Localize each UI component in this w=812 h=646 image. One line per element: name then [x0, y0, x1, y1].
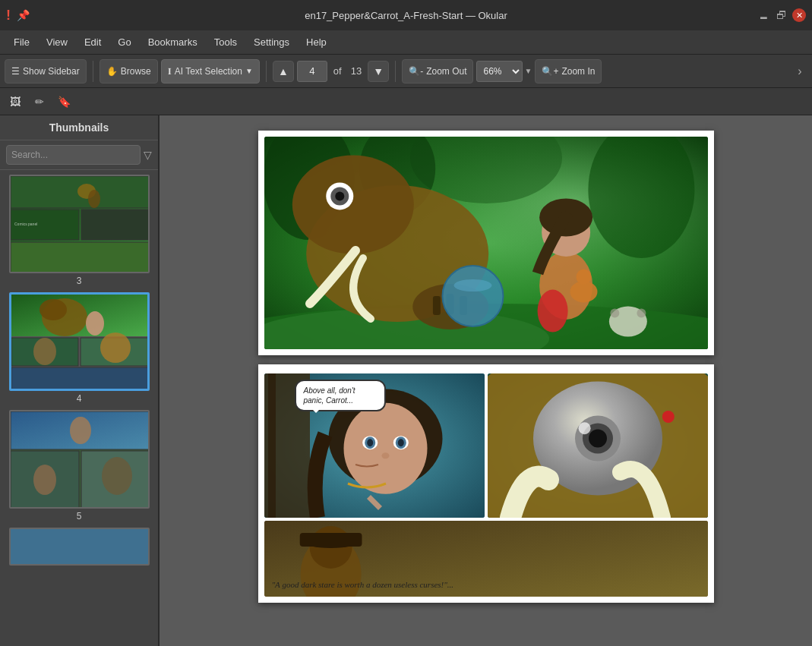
- next-page-button[interactable]: ▼: [368, 61, 389, 82]
- content-area[interactable]: Above all, don't panic, Carrot...: [160, 115, 812, 646]
- thumbnail-page-4[interactable]: 4: [5, 292, 153, 404]
- app-icon: !: [6, 8, 11, 24]
- image-tool-button[interactable]: 🖼: [5, 91, 26, 112]
- thumbnail-frame-6: [9, 528, 150, 566]
- minimize-icon[interactable]: 🗕: [756, 8, 771, 23]
- svg-point-64: [343, 403, 427, 494]
- thumbnail-label-3: 3: [77, 276, 82, 286]
- panel-eye: [488, 373, 708, 518]
- menubar: File View Edit Go Bookmarks Tools Settin…: [0, 30, 812, 55]
- panel-row: Above all, don't panic, Carrot...: [264, 373, 708, 518]
- toolbar: ☰ Show Sidebar ✋ Browse 𝐈 AI Text Select…: [0, 55, 812, 88]
- thumbnail-frame-4: [9, 292, 150, 391]
- titlebar-controls: 🗕 🗗 ✕: [756, 8, 806, 23]
- menu-settings[interactable]: Settings: [246, 33, 297, 51]
- svg-rect-84: [299, 533, 362, 547]
- thumbnail-page-6[interactable]: [5, 528, 153, 566]
- svg-point-28: [102, 457, 132, 495]
- menu-help[interactable]: Help: [299, 33, 334, 51]
- svg-point-79: [662, 411, 674, 423]
- menu-tools[interactable]: Tools: [207, 33, 245, 51]
- zoom-out-icon: 🔍-: [409, 66, 423, 77]
- search-container: ▽: [0, 140, 158, 170]
- svg-point-25: [70, 417, 91, 444]
- svg-point-56: [576, 269, 591, 285]
- dropdown-arrow-icon: ▼: [245, 67, 253, 75]
- prev-page-button[interactable]: ▲: [273, 61, 294, 82]
- splash-panel: [264, 137, 708, 349]
- svg-rect-3: [81, 210, 150, 240]
- thumbnail-list: Comics panel 3: [0, 170, 158, 646]
- svg-point-78: [578, 422, 590, 434]
- toolbar-separator-1: [93, 61, 93, 82]
- menu-go[interactable]: Go: [110, 33, 138, 51]
- toolbar-separator-2: [266, 61, 267, 82]
- close-icon[interactable]: ✕: [792, 8, 806, 22]
- svg-rect-30: [11, 529, 150, 566]
- bookmark-icon: 🔖: [58, 96, 71, 108]
- svg-point-50: [453, 279, 491, 291]
- panel-girl: Above all, don't panic, Carrot...: [264, 373, 485, 518]
- text-selection-button[interactable]: 𝐈 AI Text Selection ▼: [161, 59, 260, 84]
- thumbnail-frame-5: [9, 410, 150, 509]
- page-card-bottom: Above all, don't panic, Carrot...: [258, 364, 714, 603]
- window-title: en17_Pepper&Carrot_A-Fresh-Start — Okula…: [305, 10, 507, 21]
- page-container: Above all, don't panic, Carrot...: [258, 131, 714, 631]
- titlebar-left: ! 📌: [6, 8, 30, 24]
- browse-button[interactable]: ✋ Browse: [100, 59, 158, 84]
- thumbnail-label-5: 5: [77, 511, 82, 522]
- svg-rect-62: [268, 373, 276, 518]
- total-pages: 13: [348, 65, 365, 77]
- zoom-in-icon: 🔍+: [542, 66, 558, 77]
- zoom-in-button[interactable]: 🔍+ Zoom In: [535, 59, 602, 84]
- thumbnail-page-5[interactable]: 5: [5, 410, 153, 522]
- svg-point-70: [397, 439, 403, 446]
- toolbar-separator-3: [395, 61, 396, 82]
- svg-rect-4: [11, 242, 150, 273]
- maximize-icon[interactable]: 🗗: [774, 8, 789, 23]
- cursor-icon: 𝐈: [168, 66, 172, 77]
- sidebar: Thumbnails ▽: [0, 115, 160, 646]
- menu-view[interactable]: View: [39, 33, 75, 51]
- speech-bubble: Above all, don't panic, Carrot...: [295, 380, 386, 411]
- show-sidebar-button[interactable]: ☰ Show Sidebar: [5, 59, 87, 84]
- caption-text: "A good dark stare is worth a dozen usel…: [272, 580, 700, 589]
- sidebar-title: Thumbnails: [0, 115, 158, 140]
- svg-point-67: [367, 439, 373, 446]
- panel-caption: "A good dark stare is worth a dozen usel…: [264, 521, 708, 597]
- zoom-dropdown-icon: ▼: [524, 67, 532, 75]
- thumbnail-page-3[interactable]: Comics panel 3: [5, 175, 153, 286]
- svg-point-71: [381, 452, 389, 459]
- svg-point-59: [637, 308, 646, 317]
- page-card-top: [258, 131, 714, 355]
- thumbnail-label-4: 4: [77, 393, 82, 404]
- svg-point-54: [537, 290, 567, 332]
- svg-point-77: [589, 430, 607, 448]
- svg-point-11: [39, 299, 67, 320]
- pin-icon[interactable]: 📌: [15, 8, 30, 23]
- menu-file[interactable]: File: [6, 33, 37, 51]
- svg-point-43: [335, 191, 344, 200]
- svg-rect-45: [432, 296, 440, 315]
- hand-icon: ✋: [106, 66, 118, 77]
- thumbnail-frame-3: Comics panel: [9, 175, 150, 273]
- menu-edit[interactable]: Edit: [77, 33, 109, 51]
- svg-point-19: [33, 338, 56, 365]
- svg-point-20: [100, 332, 131, 363]
- zoom-level-select[interactable]: 66% 50% 75% 100% 125% 150%: [476, 61, 523, 82]
- page-of-label: of: [330, 65, 345, 77]
- menu-bookmarks[interactable]: Bookmarks: [141, 33, 205, 51]
- zoom-out-button[interactable]: 🔍- Zoom Out: [402, 59, 473, 84]
- expand-toolbar-button[interactable]: ›: [792, 55, 807, 88]
- image-icon: 🖼: [10, 96, 21, 108]
- thumbnail-search-input[interactable]: [6, 145, 141, 165]
- bookmark-tool-button[interactable]: 🔖: [53, 91, 74, 112]
- page-number-input[interactable]: [297, 61, 327, 82]
- svg-point-27: [33, 465, 56, 495]
- svg-point-58: [610, 308, 619, 317]
- main-layout: Thumbnails ▽: [0, 115, 812, 646]
- svg-point-40: [292, 156, 413, 254]
- pen-icon: ✏: [35, 96, 44, 108]
- filter-icon[interactable]: ▽: [144, 149, 152, 161]
- annotation-tool-button[interactable]: ✏: [29, 91, 50, 112]
